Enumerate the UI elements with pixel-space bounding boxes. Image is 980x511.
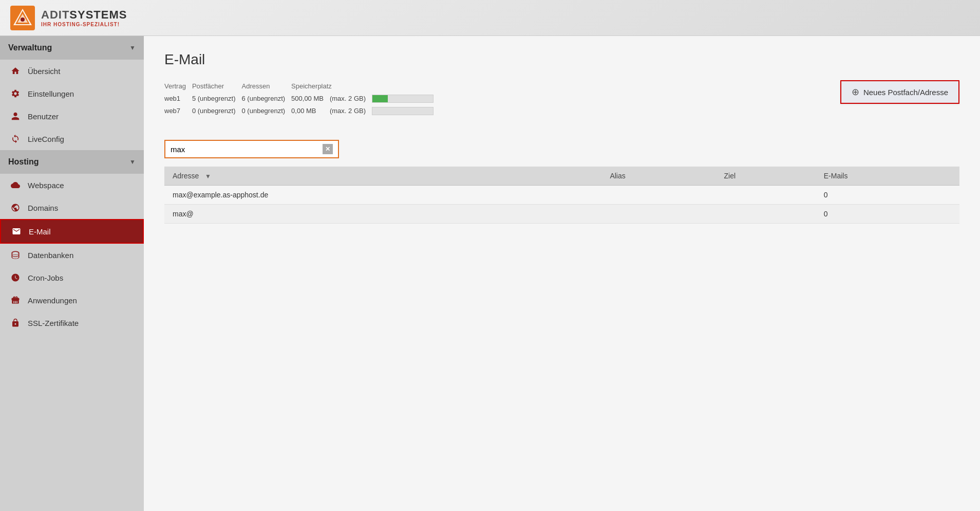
- sidebar-item-label: Übersicht: [28, 67, 60, 76]
- sidebar-item-label: Einstellungen: [28, 89, 74, 98]
- sidebar-item-label: Benutzer: [28, 112, 59, 121]
- th-postfaecher: Postfächer: [192, 80, 242, 92]
- contract-adressen: 0 (unbegrenzt): [242, 105, 292, 118]
- progress-bar-fill-web1: [372, 95, 388, 102]
- sidebar: Verwaltung ▼ Übersicht Einstellungen Ben…: [0, 36, 144, 511]
- gear-icon: [10, 88, 21, 99]
- layout: Verwaltung ▼ Übersicht Einstellungen Ben…: [0, 36, 980, 511]
- progress-bar-web1: [372, 95, 434, 103]
- cloud-icon: [10, 180, 21, 190]
- home-icon: [10, 66, 21, 76]
- logo-tagline: IHR HOSTING-SPEZIALIST!: [41, 22, 127, 27]
- logo-text: ADITSYSTEMS IHR HOSTING-SPEZIALIST!: [41, 8, 127, 27]
- lock-icon: [10, 318, 21, 328]
- user-icon: [10, 111, 21, 121]
- result-ziel: [715, 205, 815, 224]
- th-emails: E-Mails: [816, 167, 959, 186]
- verwaltung-chevron-icon: ▼: [129, 44, 136, 51]
- sidebar-item-label: Webspace: [28, 181, 64, 190]
- globe-icon: [10, 203, 21, 213]
- logo: ADITSYSTEMS IHR HOSTING-SPEZIALIST!: [10, 6, 127, 30]
- sidebar-item-ssl-zertifikate[interactable]: SSL-Zertifikate: [0, 312, 144, 334]
- search-input[interactable]: [171, 145, 318, 154]
- th-adressen: Adressen: [242, 80, 292, 92]
- contract-speicherplatz-max: (max. 2 GB): [330, 92, 372, 105]
- contract-row-web7: web7 0 (unbegrenzt) 0 (unbegrenzt) 0,00 …: [164, 105, 440, 118]
- hosting-chevron-icon: ▼: [129, 158, 136, 166]
- new-postfach-button[interactable]: ⊕ Neues Postfach/Adresse: [840, 80, 959, 104]
- sidebar-item-label: Datenbanken: [28, 251, 73, 260]
- sync-icon: [10, 134, 21, 144]
- sidebar-item-webspace[interactable]: Webspace: [0, 174, 144, 196]
- result-adresse: max@: [164, 205, 601, 224]
- results-table: Adresse ▼ Alias Ziel E-Mails max@example…: [164, 167, 959, 224]
- database-icon: [10, 250, 21, 260]
- contract-vertrag: web1: [164, 92, 192, 105]
- search-container: ✕: [164, 140, 339, 158]
- progress-bar-web7: [372, 107, 434, 115]
- contract-postfaecher: 5 (unbegrenzt): [192, 92, 242, 105]
- result-adresse: max@example.as-apphost.de: [164, 186, 601, 205]
- sidebar-item-label: Cron-Jobs: [28, 273, 63, 282]
- sidebar-item-email[interactable]: E-Mail: [0, 219, 144, 244]
- contract-speicherplatz: 500,00 MB: [291, 92, 330, 105]
- main-content: E-Mail Vertrag Postfächer Adressen Speic…: [144, 36, 980, 511]
- gift-icon: [10, 295, 21, 305]
- sidebar-item-cron-jobs[interactable]: Cron-Jobs: [0, 266, 144, 289]
- result-alias: [601, 205, 715, 224]
- hosting-section-header[interactable]: Hosting ▼: [0, 150, 144, 174]
- search-input-wrapper: ✕: [164, 140, 339, 158]
- mail-icon: [11, 226, 22, 236]
- svg-point-4: [21, 17, 25, 22]
- clock-icon: [10, 272, 21, 283]
- table-row[interactable]: max@example.as-apphost.de 0: [164, 186, 959, 205]
- sidebar-item-label: LiveConfig: [28, 135, 64, 143]
- sidebar-item-datenbanken[interactable]: Datenbanken: [0, 244, 144, 266]
- search-clear-button[interactable]: ✕: [323, 144, 333, 154]
- th-adresse: Adresse ▼: [164, 167, 601, 186]
- table-row[interactable]: max@ 0: [164, 205, 959, 224]
- logo-brand: ADITSYSTEMS: [41, 8, 127, 22]
- header: ADITSYSTEMS IHR HOSTING-SPEZIALIST!: [0, 0, 980, 36]
- contract-postfaecher: 0 (unbegrenzt): [192, 105, 242, 118]
- plus-circle-icon: ⊕: [852, 86, 859, 98]
- contract-progress: [372, 105, 440, 118]
- result-emails: 0: [816, 205, 959, 224]
- sidebar-item-benutzer[interactable]: Benutzer: [0, 105, 144, 127]
- th-vertrag: Vertrag: [164, 80, 192, 92]
- sidebar-item-uebersicht[interactable]: Übersicht: [0, 60, 144, 82]
- th-alias: Alias: [601, 167, 715, 186]
- sidebar-item-label: Anwendungen: [28, 296, 77, 305]
- sidebar-item-einstellungen[interactable]: Einstellungen: [0, 82, 144, 105]
- contracts-info: Vertrag Postfächer Adressen Speicherplat…: [164, 80, 440, 130]
- contract-speicherplatz: 0,00 MB: [291, 105, 330, 118]
- page-title: E-Mail: [164, 51, 959, 68]
- new-postfach-label: Neues Postfach/Adresse: [863, 88, 948, 97]
- contract-speicherplatz-max: (max. 2 GB): [330, 105, 372, 118]
- sidebar-item-label: SSL-Zertifikate: [28, 319, 79, 327]
- contracts-table: Vertrag Postfächer Adressen Speicherplat…: [164, 80, 440, 117]
- sidebar-item-domains[interactable]: Domains: [0, 196, 144, 219]
- sidebar-item-label: E-Mail: [29, 227, 51, 236]
- verwaltung-section-header[interactable]: Verwaltung ▼: [0, 36, 144, 60]
- verwaltung-label: Verwaltung: [8, 43, 52, 52]
- info-header-row: Vertrag Postfächer Adressen Speicherplat…: [164, 80, 959, 130]
- result-emails: 0: [816, 186, 959, 205]
- contract-adressen: 6 (unbegrenzt): [242, 92, 292, 105]
- th-ziel: Ziel: [715, 167, 815, 186]
- result-ziel: [715, 186, 815, 205]
- contract-vertrag: web7: [164, 105, 192, 118]
- th-speicherplatz: Speicherplatz: [291, 80, 440, 92]
- hosting-label: Hosting: [8, 157, 39, 167]
- sidebar-item-anwendungen[interactable]: Anwendungen: [0, 289, 144, 312]
- contract-progress: [372, 92, 440, 105]
- sidebar-item-label: Domains: [28, 204, 58, 212]
- logo-icon: [10, 6, 35, 30]
- filter-icon: ▼: [205, 173, 211, 180]
- sidebar-item-liveconfig[interactable]: LiveConfig: [0, 127, 144, 150]
- result-alias: [601, 186, 715, 205]
- contract-row-web1: web1 5 (unbegrenzt) 6 (unbegrenzt) 500,0…: [164, 92, 440, 105]
